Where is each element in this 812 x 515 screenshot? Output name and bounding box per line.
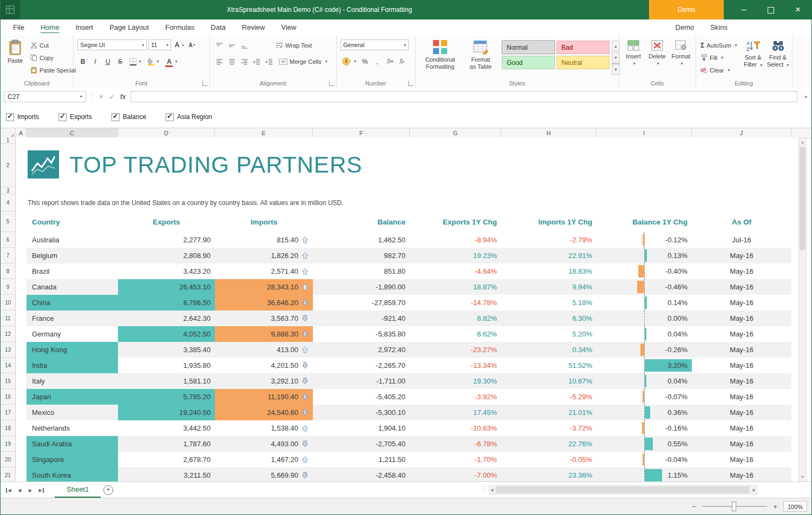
cut-button[interactable]: Cut bbox=[29, 40, 77, 50]
horizontal-scrollbar[interactable]: ◀ ▶ bbox=[489, 485, 757, 494]
cell-imports-1y-chg[interactable]: 5.18% bbox=[501, 295, 597, 311]
cell-country[interactable]: Brazil bbox=[27, 263, 118, 279]
cell-imports-1y-chg[interactable]: 5.20% bbox=[501, 326, 597, 342]
scroll-right-icon[interactable]: ▶ bbox=[753, 486, 756, 493]
cell-as-of[interactable]: May-16 bbox=[692, 436, 791, 452]
cell-imports[interactable]: 4,201.50 bbox=[215, 358, 313, 373]
cell-imports[interactable]: 1,538.40 bbox=[215, 420, 313, 436]
row-header-8[interactable]: 8 bbox=[1, 263, 15, 279]
column-header-f[interactable]: F bbox=[313, 128, 410, 138]
italic-button[interactable]: I bbox=[90, 56, 101, 67]
conditional-formatting-button[interactable]: ConditionalFormatting bbox=[418, 38, 462, 78]
style-chip-good[interactable]: Good bbox=[502, 56, 555, 69]
cell-imports[interactable]: 413.00 bbox=[215, 342, 313, 358]
cell-as-of[interactable]: May-16 bbox=[692, 358, 791, 373]
cell-balance-1y-chg[interactable]: -0.46% bbox=[597, 279, 692, 295]
cell-as-of[interactable]: May-16 bbox=[692, 342, 791, 358]
cell-balance-1y-chg[interactable]: 0.55% bbox=[597, 436, 692, 452]
cancel-entry-button[interactable]: × bbox=[96, 91, 107, 102]
cell-imports[interactable]: 36,646.20 bbox=[215, 295, 313, 311]
cell-as-of[interactable]: Jul-16 bbox=[692, 232, 791, 248]
cell-imports[interactable]: 4,493.00 bbox=[215, 436, 313, 452]
row-header-21[interactable]: 21 bbox=[1, 467, 15, 481]
cell-exports-1y-chg[interactable]: -6.78% bbox=[410, 436, 501, 452]
next-sheet-button[interactable]: ▶ bbox=[25, 486, 35, 494]
cell-exports[interactable]: 3,211.50 bbox=[118, 467, 215, 481]
cell-exports[interactable]: 4,052.50 bbox=[118, 326, 215, 342]
cell-exports[interactable]: 1,935.80 bbox=[118, 358, 215, 373]
insert-cells-button[interactable]: Insert ▾ bbox=[622, 38, 645, 78]
cell-as-of[interactable]: May-16 bbox=[692, 373, 791, 389]
horizontal-splitter[interactable]: ⋮ bbox=[481, 485, 487, 492]
cell-balance-1y-chg[interactable]: 3.20% bbox=[597, 358, 692, 373]
cell-balance[interactable]: 1,904.10 bbox=[313, 420, 410, 436]
cell-country[interactable]: Netherlands bbox=[27, 420, 118, 436]
cell-country[interactable]: Canada bbox=[27, 279, 118, 295]
cell-exports-1y-chg[interactable]: -14.78% bbox=[410, 295, 501, 311]
style-chip-normal[interactable]: Normal bbox=[502, 41, 555, 54]
cell-balance[interactable]: 851.80 bbox=[313, 263, 410, 279]
cell-as-of[interactable]: May-16 bbox=[692, 311, 791, 326]
cell-imports-1y-chg[interactable]: 23.36% bbox=[501, 467, 597, 481]
cell-balance-1y-chg[interactable]: 0.36% bbox=[597, 405, 692, 420]
row-header-16[interactable]: 16 bbox=[1, 389, 15, 405]
increase-font-size-button[interactable]: A▲ bbox=[173, 40, 185, 50]
menu-tab-page-layout[interactable]: Page Layout bbox=[101, 19, 157, 35]
cell-country[interactable]: Mexico bbox=[27, 405, 118, 420]
align-middle-button[interactable] bbox=[226, 40, 237, 50]
cell-imports-1y-chg[interactable]: 21.01% bbox=[501, 405, 597, 420]
cell-country[interactable]: Hong Kong bbox=[27, 342, 118, 358]
cell-exports[interactable]: 19,240.50 bbox=[118, 405, 215, 420]
cell-as-of[interactable]: May-16 bbox=[692, 452, 791, 467]
cell-exports[interactable]: 3,423.20 bbox=[118, 263, 215, 279]
cell-balance[interactable]: -5,835.80 bbox=[313, 326, 410, 342]
cell-as-of[interactable]: May-16 bbox=[692, 420, 791, 436]
clear-button[interactable]: Clear ▾ bbox=[699, 65, 738, 75]
column-title-exports-1y-chg[interactable]: Exports 1Y Chg bbox=[410, 212, 501, 232]
column-header-d[interactable]: D bbox=[118, 128, 215, 138]
menu-tab-file[interactable]: File bbox=[5, 19, 32, 35]
cell-balance[interactable]: -5,300.10 bbox=[313, 405, 410, 420]
number-dialog-launcher[interactable] bbox=[408, 81, 414, 86]
font-color-button[interactable]: A ▾ bbox=[163, 56, 179, 67]
cell-country[interactable]: South Korea bbox=[27, 467, 118, 481]
cell-as-of[interactable]: May-16 bbox=[692, 467, 791, 481]
cell-balance[interactable]: -921.40 bbox=[313, 311, 410, 326]
cell-exports[interactable]: 2,277.90 bbox=[118, 232, 215, 248]
cell-exports-1y-chg[interactable]: -23.27% bbox=[410, 342, 501, 358]
format-cells-button[interactable]: Format ▾ bbox=[670, 38, 692, 78]
previous-sheet-button[interactable]: ◀ bbox=[15, 486, 24, 494]
bold-button[interactable]: B bbox=[77, 56, 88, 67]
column-header-g[interactable]: G bbox=[410, 128, 501, 138]
cell-exports-1y-chg[interactable]: 18.87% bbox=[410, 279, 501, 295]
menu-tab-skins[interactable]: Skins bbox=[702, 19, 736, 35]
confirm-entry-button[interactable]: ✓ bbox=[107, 91, 117, 102]
font-size-select[interactable]: 11▾ bbox=[148, 39, 171, 50]
cell-imports[interactable]: 3,292.10 bbox=[215, 373, 313, 389]
cell-imports-1y-chg[interactable]: -5.29% bbox=[501, 389, 597, 405]
cell-imports[interactable]: 11,190.40 bbox=[215, 389, 313, 405]
sort-filter-button[interactable]: AZ Sort &Filter ▾ bbox=[741, 38, 765, 78]
column-title-balance-1y-chg[interactable]: Balance 1Y Chg bbox=[597, 212, 692, 232]
formula-input[interactable] bbox=[130, 91, 797, 102]
cell-exports[interactable]: 2,678.70 bbox=[118, 452, 215, 467]
checkbox-icon[interactable] bbox=[166, 113, 174, 121]
cell-balance-1y-chg[interactable]: 0.13% bbox=[597, 248, 692, 263]
formula-bar-splitter[interactable]: ⋮ bbox=[89, 92, 95, 99]
cell-imports-1y-chg[interactable]: 22.91% bbox=[501, 248, 597, 263]
cell-balance-1y-chg[interactable]: 1.15% bbox=[597, 467, 692, 481]
cell-country[interactable]: Singapore bbox=[27, 452, 118, 467]
row-header-20[interactable]: 20 bbox=[1, 452, 15, 467]
cell-as-of[interactable]: May-16 bbox=[692, 389, 791, 405]
align-bottom-button[interactable] bbox=[239, 40, 250, 50]
zoom-in-button[interactable]: + bbox=[771, 503, 779, 511]
cell-balance-1y-chg[interactable]: 0.04% bbox=[597, 373, 692, 389]
align-left-button[interactable] bbox=[214, 56, 225, 67]
cell-exports-1y-chg[interactable]: -10.83% bbox=[410, 420, 501, 436]
cell-exports[interactable]: 1,787.60 bbox=[118, 436, 215, 452]
cell-exports-1y-chg[interactable]: -13.34% bbox=[410, 358, 501, 373]
checkbox-icon[interactable] bbox=[58, 113, 67, 121]
font-dialog-launcher[interactable] bbox=[202, 81, 208, 86]
menu-tab-demo[interactable]: Demo bbox=[667, 19, 703, 35]
cell-imports-1y-chg[interactable]: -3.72% bbox=[501, 420, 597, 436]
